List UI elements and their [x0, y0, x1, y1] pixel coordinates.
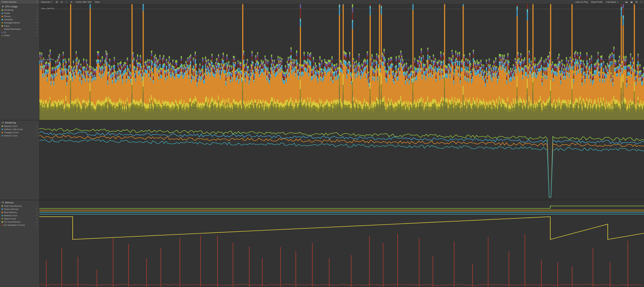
drag-handle-icon[interactable]: [36, 126, 38, 127]
svg-rect-4864: [541, 66, 542, 70]
legend-item[interactable]: GarbageCollector: [2, 21, 39, 24]
drag-handle-icon[interactable]: [36, 19, 38, 20]
svg-rect-737: [114, 57, 115, 59]
record-button[interactable]: [54, 0, 59, 4]
svg-rect-1237: [166, 67, 167, 70]
svg-rect-1313: [173, 66, 174, 68]
svg-rect-2483: [294, 60, 296, 62]
drag-handle-icon[interactable]: [36, 132, 38, 134]
chart-rendering[interactable]: [39, 120, 644, 200]
profiler-modules-label: Profiler Modules: [2, 1, 16, 3]
svg-rect-4731: [527, 4, 528, 9]
drag-handle-icon[interactable]: [36, 12, 38, 14]
chart-memory[interactable]: [39, 200, 644, 287]
svg-rect-340: [73, 62, 74, 64]
legend-item[interactable]: Triangles Count: [2, 131, 39, 134]
svg-rect-3877: [438, 61, 440, 63]
svg-rect-4363: [488, 60, 490, 62]
legend-item[interactable]: VSync: [2, 24, 39, 28]
next-frame-button[interactable]: [64, 0, 69, 4]
drag-handle-icon[interactable]: [36, 22, 38, 24]
svg-rect-3077: [356, 60, 357, 63]
svg-rect-2771: [324, 59, 325, 60]
module-title-memory[interactable]: Memory: [2, 201, 39, 204]
drag-handle-icon[interactable]: [36, 16, 38, 17]
svg-rect-3167: [365, 60, 366, 62]
drag-handle-icon[interactable]: [36, 215, 38, 216]
drag-handle-icon[interactable]: [36, 212, 38, 213]
svg-rect-4055: [457, 60, 458, 62]
svg-rect-2911: [339, 7, 340, 15]
module-sidebar-cpu[interactable]: CPU Usage RenderingScriptsPhysicsAnimati…: [0, 4, 39, 120]
legend-item[interactable]: Physics: [2, 15, 39, 18]
drag-handle-icon[interactable]: [36, 224, 38, 226]
svg-rect-5534: [610, 54, 611, 56]
playmode-dropdown[interactable]: Playmode ▼: [39, 0, 54, 4]
legend-item[interactable]: Vertices Count: [2, 134, 39, 137]
svg-rect-1588: [202, 66, 203, 69]
drag-handle-icon[interactable]: [36, 208, 38, 210]
svg-rect-3210: [370, 4, 371, 6]
legend-item[interactable]: Texture Memory: [2, 208, 39, 211]
svg-rect-3838: [435, 67, 436, 70]
drag-handle-icon[interactable]: [36, 135, 38, 136]
help-button[interactable]: [634, 0, 639, 4]
chart-cpu[interactable]: 33ms (30FPS)16ms (60FPS): [39, 4, 644, 120]
drag-handle-icon[interactable]: [36, 32, 38, 33]
legend-label: GarbageCollector: [4, 21, 20, 24]
legend-item[interactable]: GC Used Memory: [2, 220, 39, 224]
drag-handle-icon[interactable]: [36, 25, 38, 27]
drag-handle-icon[interactable]: [36, 221, 38, 223]
svg-rect-5657: [623, 15, 624, 19]
legend-item[interactable]: Scripts: [2, 12, 39, 15]
drag-handle-icon[interactable]: [36, 9, 38, 11]
svg-rect-2608: [307, 54, 308, 56]
clear-on-play-toggle[interactable]: Clear on Play: [574, 0, 590, 4]
svg-rect-1808: [224, 63, 226, 64]
call-stacks-dropdown[interactable]: Call Stacks ▼: [604, 0, 620, 4]
svg-rect-4652: [518, 58, 520, 60]
legend-item[interactable]: GC Allocated In Frame: [2, 224, 39, 227]
legend-item[interactable]: Mesh Memory: [2, 211, 39, 214]
svg-rect-411: [80, 67, 82, 70]
svg-rect-3318: [381, 4, 382, 6]
legend-item[interactable]: Rendering: [2, 8, 39, 12]
legend-item[interactable]: UI: [2, 31, 39, 34]
svg-rect-2355: [281, 62, 282, 65]
first-frame-button[interactable]: [59, 0, 64, 4]
legend-item[interactable]: Global Illumination: [2, 28, 39, 31]
legend-item[interactable]: Total Used Memory: [2, 204, 39, 208]
legend-item[interactable]: Material Count: [2, 214, 39, 217]
profiler-modules-dropdown[interactable]: Profiler Modules ▼: [0, 0, 39, 4]
module-sidebar-memory[interactable]: Memory Total Used MemoryTexture MemoryMe…: [0, 200, 39, 287]
legend-item[interactable]: Batches Count: [2, 124, 39, 128]
svg-rect-2159: [261, 60, 262, 62]
deep-profile-toggle[interactable]: Deep Profile: [590, 0, 604, 4]
module-title-rendering[interactable]: Rendering: [2, 121, 39, 124]
svg-rect-2947: [342, 4, 344, 5]
clear-button[interactable]: Clear: [93, 0, 102, 4]
legend-item[interactable]: Animation: [2, 18, 39, 21]
save-button[interactable]: [629, 0, 634, 4]
drag-handle-icon[interactable]: [36, 128, 38, 130]
svg-rect-5216: [577, 60, 578, 61]
drag-handle-icon[interactable]: [36, 28, 38, 30]
svg-rect-1518: [195, 56, 196, 59]
module-sidebar-rendering[interactable]: Rendering Batches CountSetPass Calls Cou…: [0, 120, 39, 200]
context-menu-button[interactable]: [639, 0, 644, 4]
last-frame-button[interactable]: [69, 0, 74, 4]
svg-rect-1095: [151, 56, 152, 60]
legend-item[interactable]: SetPass Calls Count: [2, 128, 39, 131]
legend-item[interactable]: Others: [2, 34, 39, 37]
svg-rect-114: [50, 55, 51, 58]
svg-rect-5551: [612, 54, 612, 58]
svg-rect-3418: [391, 58, 392, 60]
svg-rect-4139: [466, 58, 466, 60]
legend-item[interactable]: Object Count: [2, 217, 39, 220]
drag-handle-icon[interactable]: [36, 218, 38, 220]
svg-rect-4867: [541, 59, 542, 62]
drag-handle-icon[interactable]: [36, 35, 38, 36]
load-button[interactable]: [624, 0, 629, 4]
module-title-cpu[interactable]: CPU Usage: [2, 5, 39, 8]
drag-handle-icon[interactable]: [36, 205, 38, 207]
